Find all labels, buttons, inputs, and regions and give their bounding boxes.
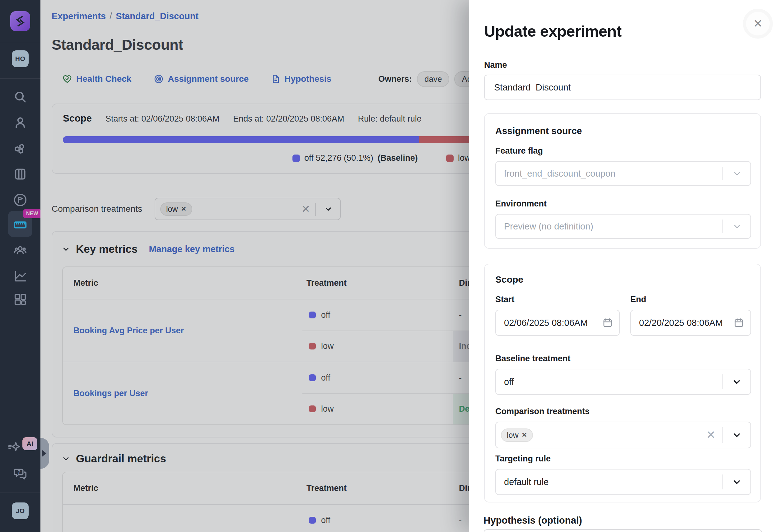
select-divider: [722, 427, 723, 443]
legend-off-label: off 52,276 (50.1%): [304, 153, 373, 163]
environment-select[interactable]: Preview (no definition): [495, 214, 751, 239]
help-chat-icon[interactable]: ?: [0, 466, 40, 481]
columns-icon[interactable]: [0, 167, 40, 181]
col-treatment: Treatment: [306, 483, 453, 493]
assignment-source-title: Assignment source: [495, 126, 582, 136]
environment-label: Environment: [495, 199, 547, 209]
table-row-group: Booking Avg Price per User off - low Inc…: [63, 299, 531, 362]
hypothesis-label: Hypothesis: [284, 74, 331, 84]
guardrail-metrics-section: Guardrail metrics Metric Treatment Direc…: [52, 443, 541, 532]
targeting-rule-value: default rule: [504, 477, 549, 487]
close-button[interactable]: ✕: [743, 9, 773, 39]
collapse-chevron-icon[interactable]: [62, 245, 70, 253]
treatment-chip[interactable]: low ✕: [160, 202, 192, 216]
hexagons-icon[interactable]: [0, 141, 40, 156]
main-content: Experiments/Standard_Discount Standard_D…: [40, 0, 545, 532]
owner-chip[interactable]: dave: [417, 71, 449, 87]
name-value: Standard_Discount: [494, 82, 571, 93]
feature-flag-select[interactable]: front_end_discount_coupon: [495, 161, 751, 186]
metric-link[interactable]: Bookings per User: [73, 389, 148, 398]
user-icon[interactable]: [0, 116, 40, 129]
target-icon: [154, 74, 164, 84]
hypothesis-optional-label: Hypothesis (optional): [484, 515, 582, 526]
sidebar: HO NEW AI ? JO: [0, 0, 40, 532]
metric-link[interactable]: Booking Avg Price per User: [73, 326, 184, 335]
col-metric: Metric: [63, 278, 306, 288]
treatment-off-swatch: [309, 374, 316, 381]
ai-badge: AI: [22, 437, 37, 450]
chevron-down-icon: [732, 169, 742, 178]
sidebar-divider: [0, 78, 40, 79]
drawer-scope-title: Scope: [495, 274, 523, 285]
drawer-comparison-label: Comparison treatments: [495, 407, 590, 416]
collapse-chevron-icon[interactable]: [62, 454, 70, 463]
scope-rule: Rule: default rule: [358, 114, 422, 124]
health-check-link[interactable]: Health Check: [62, 74, 131, 84]
hypothesis-textarea[interactable]: [484, 529, 762, 532]
key-metrics-title: Key metrics: [76, 243, 137, 255]
table-header: Metric Treatment Direction: [63, 472, 531, 505]
chip-remove-icon[interactable]: ✕: [522, 431, 527, 439]
chip-remove-icon[interactable]: ✕: [181, 205, 187, 213]
select-divider: [315, 203, 316, 216]
chevron-down-icon[interactable]: [324, 205, 332, 213]
brand-logo-icon: [14, 15, 26, 27]
end-label: End: [630, 295, 646, 304]
key-metrics-table: Metric Treatment Direction Booking Avg P…: [62, 266, 532, 425]
select-divider: [722, 374, 723, 389]
targeting-rule-select[interactable]: default rule: [495, 469, 751, 495]
treatment-off-swatch: [309, 312, 316, 318]
baseline-treatment-select[interactable]: off: [495, 369, 751, 395]
comparison-treatments-select[interactable]: low ✕ ✕: [155, 198, 341, 220]
scope-title: Scope: [63, 113, 92, 124]
chevron-down-icon[interactable]: [732, 377, 742, 387]
drawer-scope-card: Scope Start End 02/06/2025 08:06AM 02/20…: [484, 264, 761, 502]
chevron-down-icon: [732, 222, 742, 231]
document-icon: [271, 74, 280, 84]
treatment-chip[interactable]: low ✕: [501, 428, 533, 442]
assignment-source-label: Assignment source: [168, 74, 248, 84]
legend-low-label: low: [458, 153, 471, 163]
clear-icon[interactable]: ✕: [301, 203, 310, 215]
search-icon[interactable]: [0, 90, 40, 104]
assignment-source-link[interactable]: Assignment source: [154, 74, 248, 84]
treatment-label: off: [321, 310, 330, 320]
flag-circle-icon[interactable]: [0, 193, 40, 207]
end-date-value: 02/20/2025 08:06AM: [639, 318, 723, 328]
metric-link[interactable]: Average Downloads Promotions Alert: [73, 531, 224, 532]
close-icon: ✕: [753, 17, 763, 30]
chevron-down-icon[interactable]: [732, 477, 742, 487]
sidebar-divider: [0, 493, 40, 493]
legend-low: low: [446, 153, 471, 163]
guardrail-metrics-title: Guardrail metrics: [76, 452, 166, 465]
drawer-comparison-select[interactable]: low ✕ ✕: [495, 422, 751, 448]
manage-key-metrics-link[interactable]: Manage key metrics: [149, 244, 234, 254]
start-date-input[interactable]: 02/06/2025 08:06AM: [495, 310, 620, 336]
breadcrumb-experiments[interactable]: Experiments: [52, 11, 106, 21]
name-input[interactable]: Standard_Discount: [484, 75, 761, 100]
legend-off-swatch: [292, 155, 300, 162]
dashboard-grid-icon[interactable]: [0, 292, 40, 307]
avatar[interactable]: JO: [12, 502, 29, 519]
calendar-icon[interactable]: [602, 317, 613, 328]
people-group-icon[interactable]: [0, 243, 40, 257]
page-title: Standard_Discount: [52, 36, 183, 53]
brand-logo[interactable]: [10, 11, 30, 31]
meta-links: Health Check Assignment source Hypothesi…: [62, 72, 331, 86]
workspace-badge[interactable]: HO: [12, 50, 29, 67]
line-chart-icon[interactable]: [0, 269, 40, 283]
treatment-low-swatch: [309, 343, 316, 349]
comparison-treatments-row: Comparison treatments low ✕ ✕: [52, 198, 341, 220]
chevron-down-icon[interactable]: [732, 430, 742, 440]
panel-expander-handle[interactable]: [40, 438, 49, 469]
ruler-icon[interactable]: [0, 218, 40, 232]
end-date-input[interactable]: 02/20/2025 08:06AM: [630, 310, 751, 336]
assignment-source-card: Assignment source Feature flag front_end…: [484, 113, 761, 249]
guardrail-metrics-table: Metric Treatment Direction Average Downl…: [62, 472, 532, 532]
legend-off-baseline: (Baseline): [378, 153, 418, 163]
hypothesis-link[interactable]: Hypothesis: [271, 74, 331, 84]
clear-icon[interactable]: ✕: [706, 428, 716, 442]
breadcrumb-current[interactable]: Standard_Discount: [116, 11, 198, 21]
calendar-icon[interactable]: [734, 317, 744, 328]
heart-check-icon: [62, 74, 72, 84]
